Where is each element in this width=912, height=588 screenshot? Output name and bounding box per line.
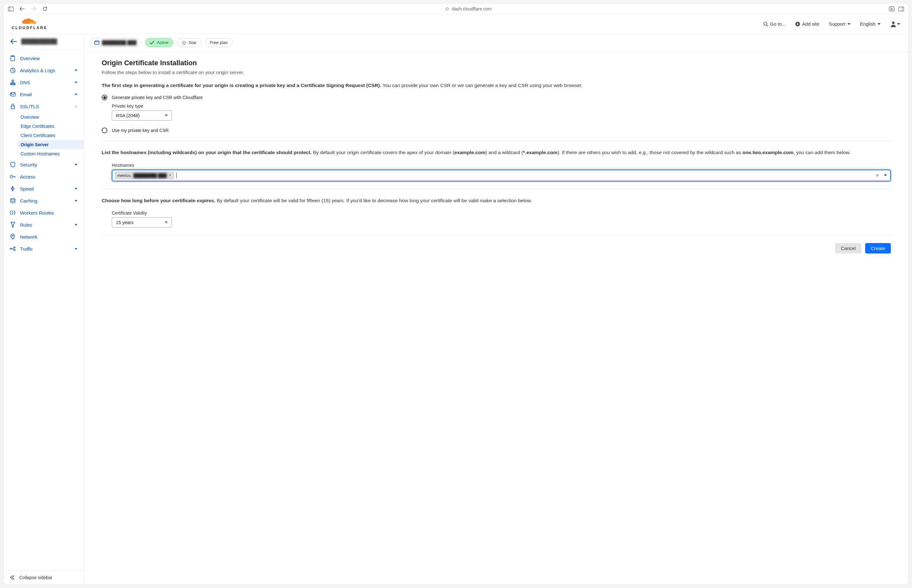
database-icon [10,198,16,204]
chevron-down-icon [75,69,77,71]
svg-rect-23 [95,41,99,44]
access-icon [10,174,16,179]
pin-icon [10,234,16,239]
star-icon [182,40,186,45]
hostnames-input[interactable]: metrics.████████.███ ✕ ✕ [112,170,891,181]
collapse-label: Collapse sidebar [19,575,52,580]
page-subtitle: Follow the steps below to install a cert… [102,69,891,75]
svg-rect-11 [12,80,14,81]
radio-generate-label: Generate private key and CSR with Cloudf… [112,95,202,100]
reader-icon[interactable] [889,6,894,12]
account-dropdown[interactable] [890,21,900,27]
cloudflare-logo[interactable]: CLOUDFLARE [12,18,47,30]
radio-own-label: Use my private key and CSR [112,128,169,133]
add-site-label: Add site [802,21,819,27]
svg-point-17 [10,175,13,178]
svg-point-7 [892,21,894,24]
chevron-down-icon [75,164,77,165]
chevron-down-icon [897,23,900,25]
sidebar-sub-origin-server[interactable]: Origin Server [17,140,84,149]
sidebar-item-ssl[interactable]: SSL/TLS [3,100,84,112]
chevron-down-icon [75,82,77,83]
url-text[interactable]: dash.cloudflare.com [452,6,491,11]
sidebar-item-access[interactable]: Access [3,171,84,183]
step1-text: The first step in generating a certifica… [102,82,891,89]
sidebar-sub-edge-certs[interactable]: Edge Certificates [17,122,84,131]
forward-icon [31,6,36,12]
support-label: Support [829,21,846,27]
validity-select[interactable]: 15 years [112,217,172,228]
private-key-type-select[interactable]: RSA (2048) [112,110,172,121]
active-label: Active [157,40,168,45]
chevron-down-icon [75,224,77,226]
private-key-type-label: Private key type [112,103,891,108]
workers-icon [10,210,16,215]
hostnames-label: Hostnames [112,163,891,168]
sidebar: ██████████ Overview Analytics & Logs DNS [3,34,84,585]
check-icon [150,41,154,44]
svg-rect-13 [12,84,13,85]
user-icon [890,21,896,27]
reload-icon[interactable] [42,6,48,12]
traffic-icon [10,246,16,252]
chevron-down-icon [878,23,881,25]
svg-rect-0 [8,7,13,11]
sidebar-item-security[interactable]: Security [3,158,84,171]
chevron-down-icon [75,200,77,202]
chevrons-left-icon [10,575,15,580]
create-button[interactable]: Create [865,243,891,254]
radio-icon[interactable] [102,95,107,100]
sidebar-header[interactable]: ██████████ [3,34,84,50]
search-icon [763,21,768,27]
language-dropdown[interactable]: English [860,21,881,27]
radio-icon[interactable] [102,128,107,133]
remove-tag-icon[interactable]: ✕ [168,173,172,178]
collapse-sidebar[interactable]: Collapse sidebar [3,570,84,585]
hostnames-text: List the hostnames (including wildcards)… [102,149,891,156]
domain-pill[interactable]: ████████.███ [90,38,141,47]
top-nav: CLOUDFLARE Go to... Add site Support Eng… [3,15,909,34]
svg-rect-3 [899,7,904,11]
clear-all-icon[interactable]: ✕ [876,173,880,178]
sidebar-item-speed[interactable]: Speed [3,183,84,195]
tabs-icon[interactable] [898,6,904,12]
support-dropdown[interactable]: Support [829,21,850,27]
clipboard-icon [10,55,16,61]
sidebar-item-rules[interactable]: Rules [3,219,84,231]
sidebar-item-network[interactable]: Network [3,231,84,243]
sidebar-item-workers[interactable]: Workers Routes [3,207,84,219]
radio-own[interactable]: Use my private key and CSR [102,128,891,133]
sidebar-toggle-icon[interactable] [8,6,14,12]
chevron-down-icon[interactable] [884,174,887,176]
sidebar-item-dns[interactable]: DNS [3,76,84,88]
cloud-icon [21,18,38,25]
sidebar-sub-client-certs[interactable]: Client Certificates [17,131,84,140]
sidebar-item-overview[interactable]: Overview [3,52,84,64]
back-icon[interactable] [19,6,25,12]
cancel-button[interactable]: Cancel [835,243,861,254]
plan-label: Free plan [210,40,228,45]
hostname-tag[interactable]: metrics.████████.███ ✕ [115,172,174,179]
sidebar-item-email[interactable]: Email [3,88,84,100]
browser-toolbar: dash.cloudflare.com [3,3,909,15]
chevron-down-icon [75,248,77,250]
sidebar-item-traffic[interactable]: Traffic [3,243,84,255]
sidebar-sub-custom-hostnames[interactable]: Custom Hostnames [17,149,84,158]
svg-point-21 [14,247,15,248]
validity-label: Certificate Validity [112,210,891,215]
chevron-down-icon [847,23,850,25]
svg-rect-14 [14,84,15,85]
plan-pill[interactable]: Free plan [205,38,233,47]
svg-point-22 [14,249,15,250]
radio-generate[interactable]: Generate private key and CSR with Cloudf… [102,95,891,100]
chevron-up-icon [75,106,77,107]
sidebar-item-analytics[interactable]: Analytics & Logs [3,64,84,76]
logo-text: CLOUDFLARE [12,26,47,30]
sidebar-sub-ssl-overview[interactable]: Overview [17,113,84,121]
sidebar-item-caching[interactable]: Caching [3,195,84,207]
funnel-icon [10,222,16,228]
add-site-button[interactable]: Add site [795,21,819,27]
goto-search[interactable]: Go to... [763,21,786,27]
star-button[interactable]: Star [177,38,201,47]
email-icon [10,92,16,97]
